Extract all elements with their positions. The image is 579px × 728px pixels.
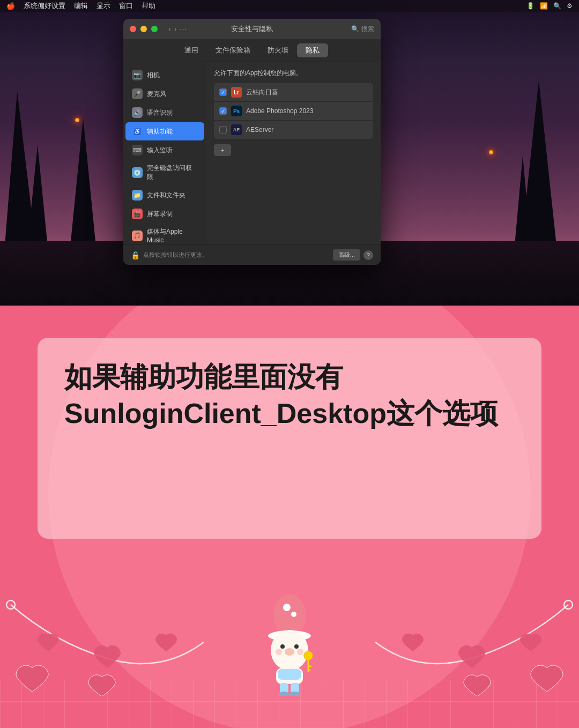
speech-icon: 🔊 (132, 107, 143, 118)
sidebar-item-inputmonitor[interactable]: ⌨ 输入监听 (125, 141, 204, 159)
window-body: 📷 相机 🎤 麦克风 🔊 语音识别 ♿ 辅助功能 ⌨ 输入监听 (123, 62, 381, 244)
menu-item-edit[interactable]: 编辑 (74, 1, 88, 11)
card-main-text: 如果辅助功能里面没有SunloginClient_Desktop这个选项 (64, 359, 515, 432)
files-icon: 📁 (132, 190, 143, 200)
sidebar-item-camera[interactable]: 📷 相机 (125, 66, 204, 84)
nav-forward-arrow[interactable]: › (174, 25, 177, 33)
tab-privacy[interactable]: 隐私 (297, 43, 328, 57)
window-search[interactable]: 🔍 搜索 (351, 25, 374, 34)
app-row-ps: ✓ Ps Adobe Photoshop 2023 (214, 102, 373, 121)
sidebar-label-disk: 完全磁盘访问权限 (147, 164, 198, 182)
svg-point-7 (280, 644, 285, 649)
menu-item-help[interactable]: 帮助 (142, 1, 155, 11)
svg-point-4 (283, 604, 291, 611)
window-minimize-btn[interactable] (140, 26, 147, 32)
sidebar-label-music: 媒体与Apple Music (147, 227, 198, 244)
search-icon: 🔍 (351, 25, 359, 33)
window-tabs: 通用 文件保险箱 防火墙 隐私 (123, 39, 381, 62)
menu-item-prefs[interactable]: 系统偏好设置 (24, 1, 65, 11)
mac-menubar: 🍎 系统偏好设置 编辑 显示 窗口 帮助 🔋 📶 🔍 ⚙ (0, 0, 579, 12)
svg-rect-13 (278, 669, 301, 680)
svg-point-11 (297, 649, 303, 655)
sidebar-item-speech[interactable]: 🔊 语音识别 (125, 103, 204, 122)
window-nav: ‹ › ⋯ (168, 25, 187, 33)
advanced-btn[interactable]: 高级... (333, 249, 360, 261)
app-icon-ps: Ps (231, 106, 242, 116)
window-main: 允许下面的App控制您的电脑。 ✓ Lr 云钻向日葵 ✓ (206, 62, 381, 244)
menubar-icon-search[interactable]: 🔍 (553, 2, 561, 10)
screen-icon: 🎬 (132, 209, 143, 219)
music-icon: 🎵 (132, 231, 143, 241)
app-checkbox-lr[interactable]: ✓ (219, 88, 227, 96)
sidebar-item-music[interactable]: 🎵 媒体与Apple Music (125, 224, 204, 244)
main-header-text: 允许下面的App控制您的电脑。 (214, 69, 373, 78)
app-name-ps: Adobe Photoshop 2023 (246, 107, 313, 115)
tab-general[interactable]: 通用 (176, 43, 207, 57)
window-titlebar: ‹ › ⋯ 安全性与隐私 🔍 搜索 (123, 19, 381, 39)
sidebar-label-input: 输入监听 (147, 146, 173, 155)
sidebar-item-fulldisk[interactable]: 💿 完全磁盘访问权限 (125, 160, 204, 185)
window-sidebar: 📷 相机 🎤 麦克风 🔊 语音识别 ♿ 辅助功能 ⌨ 输入监听 (123, 62, 206, 244)
sidebar-item-mic[interactable]: 🎤 麦克风 (125, 85, 204, 103)
menu-item-view[interactable]: 显示 (96, 1, 110, 11)
app-name-lr: 云钻向日葵 (246, 88, 278, 97)
tab-firewall[interactable]: 防火墙 (259, 43, 297, 57)
tab-filevault[interactable]: 文件保险箱 (207, 43, 259, 57)
disk-icon: 💿 (132, 167, 143, 178)
app-name-ae: AEServer (246, 126, 273, 133)
menubar-icon-control[interactable]: ⚙ (567, 2, 573, 10)
window-maximize-btn[interactable] (151, 26, 158, 32)
app-checkbox-ae[interactable] (219, 126, 227, 133)
menubar-icon-wifi: 📶 (540, 2, 548, 10)
sidebar-label-files: 文件和文件夹 (147, 191, 185, 200)
svg-point-8 (294, 644, 299, 649)
add-app-btn[interactable]: ＋ (214, 144, 231, 156)
app-icon-ae: AE (231, 124, 242, 135)
sidebar-label-mic: 麦克风 (147, 90, 166, 99)
fire-orb-2 (489, 150, 493, 154)
sidebar-item-accessibility[interactable]: ♿ 辅助功能 (125, 122, 204, 140)
lock-icon[interactable]: 🔒 (131, 251, 140, 259)
svg-point-18 (304, 651, 313, 660)
app-icon-lr: Lr (231, 87, 242, 98)
garland-decoration (0, 589, 579, 696)
app-row-ae: AE AEServer (214, 121, 373, 139)
content-card: 如果辅助功能里面没有SunloginClient_Desktop这个选项 (38, 338, 541, 539)
window-close-btn[interactable] (130, 26, 136, 32)
window-footer: 🔒 点按锁按钮以进行更改。 高级... ? (123, 244, 381, 265)
bottom-section: 如果辅助功能里面没有SunloginClient_Desktop这个选项 (0, 306, 579, 728)
svg-point-5 (291, 612, 296, 617)
top-section: 🍎 系统偏好设置 编辑 显示 窗口 帮助 🔋 📶 🔍 ⚙ ‹ › ⋯ (0, 0, 579, 306)
menubar-right: 🔋 📶 🔍 ⚙ (526, 2, 573, 10)
bottom-controls: ＋ (214, 144, 373, 156)
apple-menu[interactable]: 🍎 (6, 2, 15, 10)
svg-point-9 (285, 648, 294, 656)
help-btn[interactable]: ? (363, 250, 373, 260)
svg-point-10 (276, 649, 282, 655)
menu-item-window[interactable]: 窗口 (119, 1, 133, 11)
camera-icon: 📷 (132, 70, 143, 80)
fire-orb-1 (75, 118, 79, 122)
sidebar-label-speech: 语音识别 (147, 108, 173, 117)
mac-window: ‹ › ⋯ 安全性与隐私 🔍 搜索 通用 文件保险箱 防火墙 隐私 📷 相机 (123, 19, 381, 265)
accessibility-icon: ♿ (132, 126, 143, 137)
app-list: ✓ Lr 云钻向日葵 ✓ Ps Adobe Photoshop 2023 (214, 83, 373, 139)
sidebar-label-screen: 屏幕录制 (147, 210, 173, 219)
grid-icon[interactable]: ⋯ (180, 25, 187, 33)
menubar-icon-battery: 🔋 (526, 2, 535, 10)
window-title: 安全性与隐私 (231, 24, 273, 34)
sidebar-label-accessibility: 辅助功能 (147, 127, 173, 136)
app-checkbox-ps[interactable]: ✓ (219, 107, 227, 115)
input-icon: ⌨ (132, 145, 143, 155)
app-row-lr: ✓ Lr 云钻向日葵 (214, 83, 373, 102)
sidebar-item-screen[interactable]: 🎬 屏幕录制 (125, 205, 204, 223)
search-label: 搜索 (361, 25, 374, 34)
sidebar-item-files[interactable]: 📁 文件和文件夹 (125, 186, 204, 204)
footer-lock-text: 点按锁按钮以进行更改。 (143, 251, 330, 259)
sidebar-label-camera: 相机 (147, 71, 160, 80)
nav-back-arrow[interactable]: ‹ (168, 25, 171, 33)
mic-icon: 🎤 (132, 88, 143, 99)
